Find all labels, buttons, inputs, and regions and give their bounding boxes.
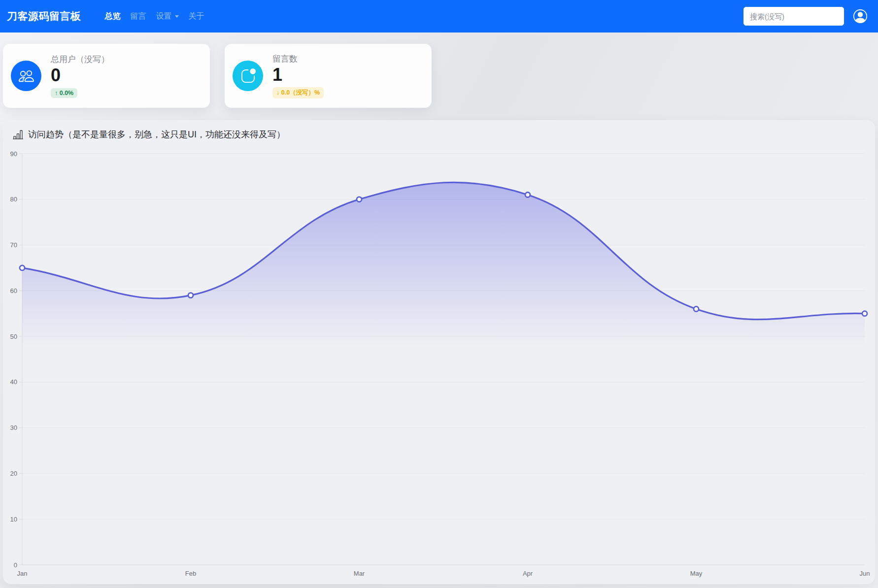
chart-title: 访问趋势（是不是量很多，别急，这只是UI，功能还没来得及写） [28, 129, 285, 140]
svg-text:40: 40 [10, 378, 17, 386]
svg-text:30: 30 [10, 424, 17, 431]
bar-chart-icon [13, 130, 23, 140]
svg-text:Feb: Feb [185, 570, 196, 577]
message-indicator-icon [240, 68, 256, 84]
svg-text:Mar: Mar [354, 570, 365, 577]
nav-item-settings-label: 设置 [156, 12, 172, 20]
stat-trend-badge: ↓ 0.0（没写）% [272, 87, 324, 98]
stat-card-message-count: 留言数 1 ↓ 0.0（没写）% [225, 44, 432, 108]
top-navbar: 刀客源码留言板 总览 留言 设置 关于 [0, 0, 878, 33]
svg-text:70: 70 [10, 241, 17, 249]
stat-card-total-users: 总用户（没写） 0 ↑ 0.0% [3, 44, 210, 108]
chart-header: 访问趋势（是不是量很多，别急，这只是UI，功能还没来得及写） [3, 120, 875, 140]
user-avatar-button[interactable] [853, 9, 867, 23]
stat-trend-badge: ↑ 0.0% [51, 88, 77, 98]
svg-text:0: 0 [14, 561, 17, 569]
visit-trend-card: 访问趋势（是不是量很多，别急，这只是UI，功能还没来得及写） 010203040… [3, 120, 875, 584]
nav-item-about[interactable]: 关于 [189, 11, 204, 22]
stat-icon-circle [233, 61, 263, 91]
svg-text:May: May [690, 570, 703, 577]
nav-item-settings[interactable]: 设置 [156, 11, 179, 22]
svg-text:Jun: Jun [860, 570, 870, 577]
chevron-down-icon [175, 15, 179, 18]
stats-row: 总用户（没写） 0 ↑ 0.0% 留言数 1 ↓ 0.0（没写）% [0, 33, 878, 108]
svg-text:80: 80 [10, 196, 17, 203]
svg-text:Jan: Jan [17, 570, 28, 577]
brand-title[interactable]: 刀客源码留言板 [7, 9, 81, 23]
trend-line-chart[interactable]: 0102030405060708090JanFebMarAprMayJun [3, 146, 875, 584]
nav-links: 总览 留言 设置 关于 [105, 11, 204, 22]
stat-body: 总用户（没写） 0 ↑ 0.0% [51, 54, 109, 98]
nav-item-overview[interactable]: 总览 [105, 11, 121, 22]
svg-text:Apr: Apr [523, 570, 533, 577]
svg-text:60: 60 [10, 287, 17, 294]
stat-value: 0 [51, 65, 109, 85]
person-circle-icon [853, 9, 867, 23]
search-input[interactable] [743, 7, 844, 26]
svg-text:10: 10 [10, 516, 17, 523]
stat-value: 1 [272, 65, 324, 85]
stat-body: 留言数 1 ↓ 0.0（没写）% [272, 53, 324, 98]
svg-text:20: 20 [10, 470, 17, 477]
svg-text:90: 90 [10, 150, 17, 158]
stat-icon-circle [11, 61, 41, 91]
people-icon [19, 68, 34, 84]
stat-title: 留言数 [272, 53, 324, 65]
nav-item-messages[interactable]: 留言 [131, 11, 146, 22]
stat-title: 总用户（没写） [51, 54, 109, 65]
svg-text:50: 50 [10, 333, 17, 340]
